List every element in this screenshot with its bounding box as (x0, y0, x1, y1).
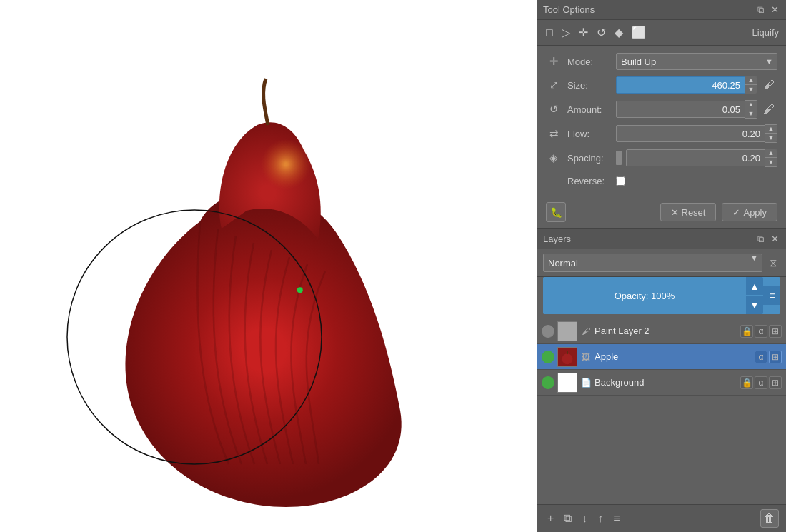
spacing-label: Spacing: (567, 153, 610, 164)
transform-tool-icon[interactable]: ✛ (577, 24, 590, 41)
flow-spin-down[interactable]: ▼ (765, 134, 777, 142)
layers-filter-icon[interactable]: ⧖ (767, 255, 780, 271)
amount-brush-icon[interactable]: 🖌 (760, 101, 777, 117)
opacity-menu-icon[interactable]: ≡ (763, 286, 780, 305)
add-layer-button[interactable]: + (544, 511, 557, 526)
blend-mode-select[interactable]: Normal Multiply Screen Overlay (543, 254, 762, 272)
layer-properties-button[interactable]: ≡ (610, 511, 622, 526)
spacing-bar-indicator (616, 151, 622, 165)
reset-label: Reset (682, 207, 706, 218)
size-spin-up[interactable]: ▲ (745, 76, 757, 85)
size-brush-icon[interactable]: 🖌 (760, 77, 777, 93)
size-spin-down[interactable]: ▼ (745, 85, 757, 94)
select-tool-icon[interactable]: ⬜ (630, 24, 647, 41)
apply-label: Apply (743, 207, 767, 218)
move-tool-icon[interactable]: □ (544, 25, 554, 41)
right-panel: Tool Options ⧉ ✕ □ ▷ ✛ ↺ ◆ ⬜ Liquify ✛ (537, 0, 786, 532)
mode-select[interactable]: Build Up Normal Smear Rotation Zoom (616, 53, 777, 70)
layer-row-paint-layer-2[interactable]: 🖌 Paint Layer 2 🔒 α ⊞ (537, 318, 786, 344)
smear-tool-icon[interactable]: ◆ (613, 24, 625, 41)
amount-spin-down[interactable]: ▼ (745, 109, 757, 118)
options-footer: 🐛 ✕ Reset ✓ Apply (537, 196, 786, 228)
layer-alpha-icon-paint-layer-2[interactable]: α (755, 325, 767, 338)
move-layer-down-button[interactable]: ↓ (579, 511, 590, 526)
reset-x-icon: ✕ (671, 207, 679, 218)
amount-spin-up[interactable]: ▲ (745, 101, 757, 109)
mode-value: Build Up Normal Smear Rotation Zoom ▼ (616, 53, 777, 70)
reset-button[interactable]: ✕ Reset (660, 203, 717, 221)
layer-alpha-icon-background[interactable]: α (755, 376, 767, 389)
amount-label: Amount: (567, 104, 610, 115)
layer-vis-btn-background[interactable] (542, 376, 554, 389)
flow-input[interactable] (616, 125, 765, 142)
layer-row-background[interactable]: 📄 Background 🔒 α ⊞ (537, 370, 786, 396)
layers-spacer (537, 396, 786, 504)
size-spin-buttons: ▲ ▼ (745, 76, 757, 94)
tool-options-title: Tool Options (543, 4, 595, 15)
delete-layer-button[interactable]: 🗑 (760, 509, 779, 528)
close-icon[interactable]: ✕ (770, 4, 780, 16)
duplicate-layer-button[interactable]: ⧉ (561, 511, 574, 526)
svg-point-1 (562, 353, 573, 364)
tool-options-header-icons: ⧉ ✕ (756, 4, 780, 16)
svg-rect-2 (567, 351, 568, 354)
size-icon: ⤢ (546, 77, 562, 93)
amount-value: ▲ ▼ 🖌 (616, 100, 777, 119)
spacing-input[interactable] (626, 149, 765, 166)
opacity-label: Opacity: 100% (543, 288, 746, 304)
blend-mode-wrapper: Normal Multiply Screen Overlay ▼ (543, 254, 762, 272)
flow-spin-up[interactable]: ▲ (765, 125, 777, 134)
layers-close-icon[interactable]: ✕ (770, 233, 780, 245)
layer-name-background: Background (595, 377, 737, 388)
layer-expand-icon-paint-layer-2[interactable]: ⊞ (769, 325, 782, 338)
layer-alpha-icon-apple[interactable]: α (755, 351, 767, 363)
layers-title: Layers (543, 234, 571, 244)
amount-row: ↺ Amount: ▲ ▼ 🖌 (546, 100, 777, 119)
reverse-checkbox[interactable] (616, 176, 625, 186)
layer-expand-icon-background[interactable]: ⊞ (769, 376, 782, 389)
spacing-row: ◈ Spacing: ▲ ▼ (546, 149, 777, 167)
amount-input[interactable] (616, 101, 745, 118)
reverse-row: Reverse: (546, 173, 777, 189)
tool-label: Liquify (752, 27, 779, 38)
mode-select-wrapper: Build Up Normal Smear Rotation Zoom ▼ (616, 53, 777, 70)
paint-tool-icon[interactable]: ▷ (560, 24, 572, 41)
layers-controls: Normal Multiply Screen Overlay ▼ ⧖ (537, 249, 786, 277)
mode-icon: ✛ (546, 54, 562, 69)
spacing-input-wrapper: ▲ ▼ (626, 149, 777, 167)
layer-name-apple: Apple (595, 351, 752, 362)
apply-check-icon: ✓ (732, 207, 740, 218)
size-row: ⤢ Size: ▲ ▼ 🖌 (546, 76, 777, 94)
amount-spin-buttons: ▲ ▼ (745, 100, 757, 119)
reverse-label: Reverse: (567, 176, 610, 186)
apply-button[interactable]: ✓ Apply (722, 203, 777, 221)
spacing-icon: ◈ (546, 150, 562, 166)
layer-vis-btn-apple[interactable] (542, 351, 554, 363)
move-layer-up-button[interactable]: ↑ (595, 511, 606, 526)
size-input-wrapper: ▲ ▼ (616, 76, 757, 94)
bug-icon-button[interactable]: 🐛 (546, 202, 566, 222)
layer-lock-icon-paint-layer-2[interactable]: 🔒 (740, 325, 753, 338)
layer-type-icon-paint-layer-2: 🖌 (580, 321, 592, 341)
layer-row-apple[interactable]: 🖼 Apple α ⊞ (537, 344, 786, 370)
layer-icons-background: 🔒 α ⊞ (740, 376, 782, 389)
opacity-row[interactable]: Opacity: 100% ▲ ▼ ≡ (543, 277, 780, 314)
layers-restore-icon[interactable]: ⧉ (756, 233, 765, 245)
layer-vis-btn-paint-layer-2[interactable] (542, 325, 554, 338)
size-value: ▲ ▼ 🖌 (616, 76, 777, 94)
layers-footer-left: + ⧉ ↓ ↑ ≡ (544, 511, 623, 526)
layer-lock-icon-background[interactable]: 🔒 (740, 376, 753, 389)
canvas-area[interactable] (0, 0, 537, 532)
rotate-tool-icon[interactable]: ↺ (595, 24, 607, 41)
spacing-spin-down[interactable]: ▼ (765, 158, 777, 166)
layer-expand-icon-apple[interactable]: ⊞ (769, 351, 782, 363)
layer-icons-apple: α ⊞ (755, 351, 782, 363)
opacity-spin-down[interactable]: ▼ (746, 296, 763, 314)
restore-icon[interactable]: ⧉ (756, 4, 765, 16)
flow-label: Flow: (567, 129, 610, 139)
layers-panel: Layers ⧉ ✕ Normal Multiply Screen Overla… (537, 229, 786, 532)
size-input[interactable] (616, 76, 745, 94)
opacity-spin-up[interactable]: ▲ (746, 277, 763, 296)
layers-header-icons: ⧉ ✕ (756, 233, 780, 245)
spacing-spin-up[interactable]: ▲ (765, 149, 777, 158)
